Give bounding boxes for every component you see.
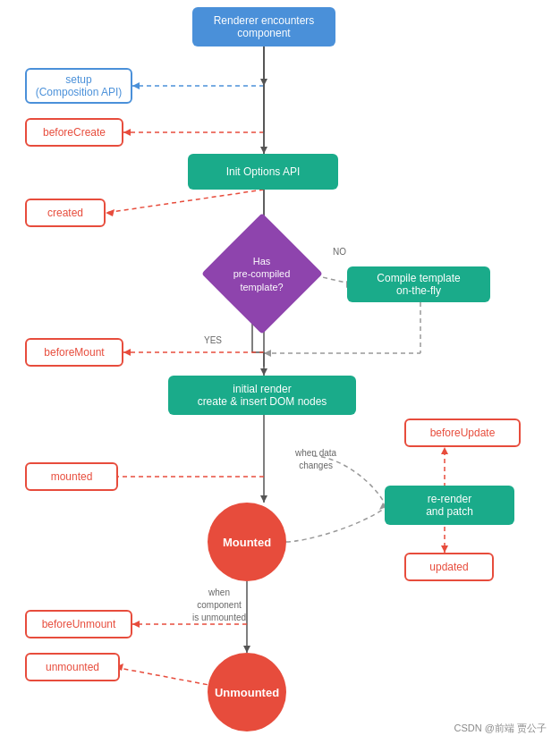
svg-marker-4 xyxy=(132,82,140,89)
unmounted-hook-label: unmounted xyxy=(46,661,99,673)
updated-label: updated xyxy=(429,561,468,573)
setup-node: setup(Composition API) xyxy=(25,68,132,104)
compile-node: Compile templateon-the-fly xyxy=(347,266,490,302)
svg-marker-23 xyxy=(123,349,131,356)
before-create-node: beforeCreate xyxy=(25,118,123,147)
lifecycle-diagram: Renderer encounters component setup(Comp… xyxy=(0,0,560,744)
before-create-label: beforeCreate xyxy=(43,126,106,139)
svg-marker-34 xyxy=(441,545,448,553)
when-unmounted-label: whencomponentis unmounted xyxy=(192,587,246,624)
rerender-label: re-renderand patch xyxy=(426,493,473,518)
before-unmount-label: beforeUnmount xyxy=(42,618,116,630)
renderer-label: Renderer encounters component xyxy=(192,14,335,39)
initial-render-node: initial rendercreate & insert DOM nodes xyxy=(168,376,356,415)
svg-marker-27 xyxy=(260,495,267,503)
updated-node: updated xyxy=(404,553,494,581)
init-options-node: Init Options API xyxy=(188,154,338,190)
compile-label: Compile templateon-the-fly xyxy=(377,272,460,297)
yes-label: YES xyxy=(204,335,222,345)
svg-marker-18 xyxy=(264,350,271,357)
svg-marker-25 xyxy=(260,368,267,376)
before-mount-label: beforeMount xyxy=(44,346,104,359)
initial-render-label: initial rendercreate & insert DOM nodes xyxy=(198,383,327,408)
before-update-node: beforeUpdate xyxy=(404,418,521,447)
mounted-hook-label: mounted xyxy=(51,470,93,483)
unmounted-circle-node: Unmounted xyxy=(208,653,286,731)
unmounted-hook-node: unmounted xyxy=(25,653,120,681)
before-update-label: beforeUpdate xyxy=(430,427,496,439)
svg-marker-38 xyxy=(132,621,140,628)
before-mount-node: beforeMount xyxy=(25,338,123,367)
setup-label: setup(Composition API) xyxy=(36,73,123,98)
svg-marker-32 xyxy=(441,447,448,454)
when-data-changes-label: when datachanges xyxy=(295,447,336,472)
svg-line-10 xyxy=(106,190,264,213)
unmounted-circle-label: Unmounted xyxy=(215,686,279,699)
watermark: CSDN @前端 贾公子 xyxy=(454,722,547,735)
svg-marker-6 xyxy=(123,129,131,136)
init-options-label: Init Options API xyxy=(226,165,301,178)
created-label: created xyxy=(47,207,83,219)
before-unmount-node: beforeUnmount xyxy=(25,610,132,638)
rerender-node: re-renderand patch xyxy=(385,486,514,525)
mounted-circle-node: Mounted xyxy=(208,503,286,581)
created-node: created xyxy=(25,199,106,227)
mounted-circle-label: Mounted xyxy=(223,536,271,549)
diamond-label: Haspre-compiledtemplate? xyxy=(233,255,291,293)
no-label: NO xyxy=(333,247,346,257)
svg-marker-36 xyxy=(243,646,250,653)
svg-marker-11 xyxy=(106,209,115,216)
renderer-node: Renderer encounters component xyxy=(192,7,335,46)
mounted-hook-node: mounted xyxy=(25,462,118,491)
